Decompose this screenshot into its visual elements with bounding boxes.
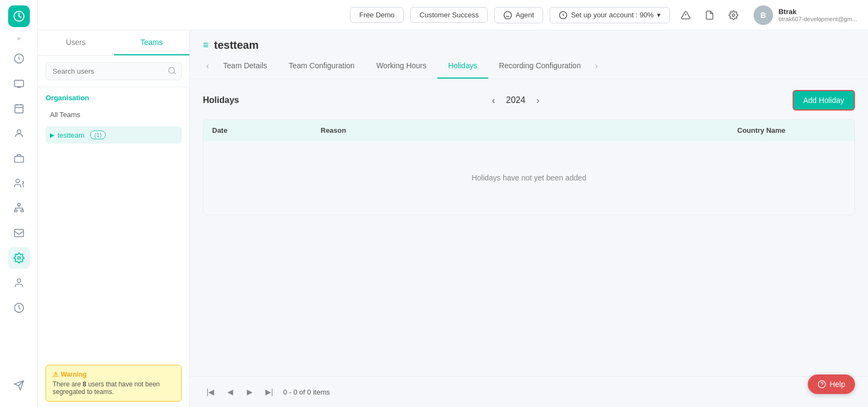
user-email: btrak607-development@gm... xyxy=(778,16,857,22)
warning-label: Warning xyxy=(61,371,87,378)
all-teams-item[interactable]: All Teams xyxy=(46,107,182,122)
setup-chevron: ▾ xyxy=(657,11,661,19)
header: Free Demo Customer Success Agent Set up … xyxy=(38,0,868,30)
free-demo-button[interactable]: Free Demo xyxy=(350,7,404,23)
year-nav: ‹ 2024 › xyxy=(488,93,544,108)
svg-rect-9 xyxy=(21,210,23,211)
help-button[interactable]: Help xyxy=(808,374,855,394)
customer-success-button[interactable]: Customer Success xyxy=(410,7,488,23)
pagination-info: 0 - 0 of 0 items xyxy=(283,388,330,396)
org-label: Organisation xyxy=(46,94,182,102)
warning-triangle-icon: ⚠ xyxy=(53,371,59,378)
nav-icon-briefcase[interactable] xyxy=(8,147,30,169)
hamburger-icon: ≡ xyxy=(203,40,209,51)
icon-sidebar: » xyxy=(0,0,38,407)
nav-icons-bottom xyxy=(8,374,30,402)
add-holiday-button[interactable]: Add Holiday xyxy=(793,90,856,111)
svg-point-20 xyxy=(169,67,175,73)
svg-rect-8 xyxy=(14,210,17,211)
year-label: 2024 xyxy=(506,95,526,105)
tab-team-details[interactable]: Team Details xyxy=(212,54,278,79)
svg-point-19 xyxy=(732,14,735,16)
nav-icon-calendar[interactable] xyxy=(8,98,30,119)
year-prev-button[interactable]: ‹ xyxy=(488,93,500,108)
tab-working-hours[interactable]: Working Hours xyxy=(366,54,437,79)
nav-icon-send[interactable] xyxy=(8,374,30,396)
table-header: Date Reason Country Name xyxy=(203,120,854,141)
alert-icon-button[interactable] xyxy=(676,6,695,24)
empty-state: Holidays have not yet been added xyxy=(203,141,854,215)
holidays-title: Holidays xyxy=(203,95,239,105)
pagination-next-button[interactable]: ▶ xyxy=(242,384,257,399)
avatar: B xyxy=(754,5,773,25)
pagination-row: |◀ ◀ ▶ ▶| 0 - 0 of 0 items xyxy=(190,376,868,407)
search-box xyxy=(38,56,189,87)
svg-rect-5 xyxy=(14,157,23,163)
svg-point-12 xyxy=(17,279,21,283)
tab-recording-configuration[interactable]: Recording Configuration xyxy=(488,54,592,79)
teams-list: Organisation All Teams ▶ testteam (1) xyxy=(38,87,189,359)
help-label: Help xyxy=(829,380,845,389)
pagination-first-button[interactable]: |◀ xyxy=(203,384,218,399)
agent-button[interactable]: Agent xyxy=(494,7,543,23)
tab-teams[interactable]: Teams xyxy=(114,30,190,55)
svg-point-11 xyxy=(17,257,20,260)
team-badge: (1) xyxy=(90,131,106,139)
user-info: B Btrak btrak607-development@gm... xyxy=(754,5,857,25)
tabs-prev-chevron[interactable]: ‹ xyxy=(203,61,212,71)
document-icon-button[interactable] xyxy=(700,6,719,24)
svg-point-4 xyxy=(17,130,21,133)
search-icon xyxy=(168,66,176,76)
holidays-header: Holidays ‹ 2024 › Add Holiday xyxy=(203,90,855,111)
app-logo[interactable] xyxy=(8,5,30,27)
setup-button[interactable]: Set up your account : 90% ▾ xyxy=(550,7,669,23)
team-arrow-icon: ▶ xyxy=(50,132,54,139)
right-panel: ≡ testteam ‹ Team Details Team Configura… xyxy=(190,30,868,407)
expand-sidebar-icon[interactable]: » xyxy=(17,35,21,42)
nav-icon-mail[interactable] xyxy=(8,222,30,244)
nav-icon-tv[interactable] xyxy=(8,73,30,94)
main-tabs-nav: ‹ Team Details Team Configuration Workin… xyxy=(190,54,868,79)
year-next-button[interactable]: › xyxy=(532,93,544,108)
user-details: Btrak btrak607-development@gm... xyxy=(778,8,857,22)
nav-icon-org[interactable] xyxy=(8,197,30,219)
tab-team-configuration[interactable]: Team Configuration xyxy=(278,54,365,79)
nav-icons-top xyxy=(8,48,30,371)
tab-holidays[interactable]: Holidays xyxy=(437,54,488,79)
nav-icon-settings[interactable] xyxy=(8,247,30,269)
warning-bar: ⚠ Warning There are 8 users that have no… xyxy=(46,365,182,402)
nav-icon-dashboard[interactable] xyxy=(8,48,30,69)
team-item-name: testteam xyxy=(58,131,85,139)
nav-icon-users[interactable] xyxy=(8,172,30,194)
nav-icon-user[interactable] xyxy=(8,122,30,144)
svg-rect-2 xyxy=(14,80,23,87)
svg-point-6 xyxy=(16,179,20,183)
team-header: ≡ testteam xyxy=(190,30,868,51)
th-country-name: Country Name xyxy=(737,126,846,134)
search-input[interactable] xyxy=(46,62,182,80)
user-name: Btrak xyxy=(778,8,857,16)
nav-icon-clock[interactable] xyxy=(8,297,30,319)
team-title: testteam xyxy=(214,39,259,51)
svg-rect-3 xyxy=(15,105,23,113)
svg-rect-7 xyxy=(17,204,20,205)
holidays-table: Date Reason Country Name Holidays have n… xyxy=(203,119,855,215)
warning-title: ⚠ Warning xyxy=(53,371,175,378)
tab-users[interactable]: Users xyxy=(38,30,114,55)
tabs-next-chevron[interactable]: › xyxy=(592,61,601,71)
pagination-last-button[interactable]: ▶| xyxy=(261,384,277,399)
team-item-testteam[interactable]: ▶ testteam (1) xyxy=(46,126,182,144)
setup-label: Set up your account : 90% xyxy=(571,11,653,19)
settings-icon-button[interactable] xyxy=(724,6,743,24)
agent-label: Agent xyxy=(515,11,534,19)
nav-icon-person[interactable] xyxy=(8,272,30,294)
th-date: Date xyxy=(212,126,321,134)
pagination-prev-button[interactable]: ◀ xyxy=(222,384,238,399)
panel-content: Holidays ‹ 2024 › Add Holiday Date Reaso… xyxy=(190,79,868,376)
header-icons xyxy=(676,6,743,24)
left-panel: Users Teams Organisation All Teams ▶ tes… xyxy=(38,30,190,407)
warning-message: There are 8 users that have not been seg… xyxy=(53,380,175,396)
panel-tabs: Users Teams xyxy=(38,30,189,56)
svg-rect-10 xyxy=(14,229,23,236)
th-reason: Reason xyxy=(321,126,737,134)
